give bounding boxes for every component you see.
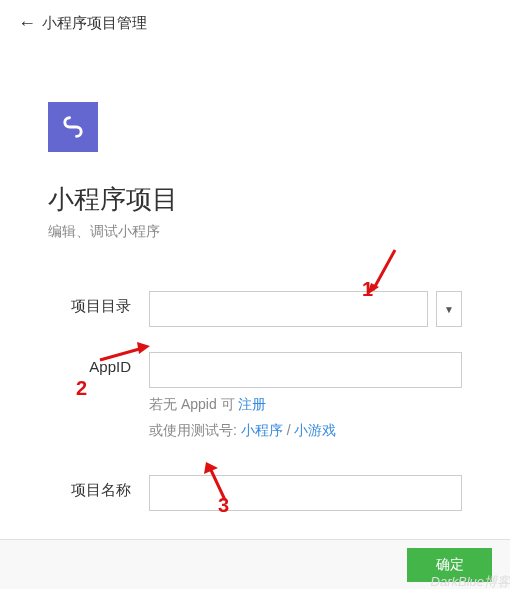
appid-test-prefix: 或使用测试号: [149,422,241,438]
appid-row: AppID 若无 Appid 可 注册 或使用测试号: 小程序 / 小游戏 [48,352,462,440]
confirm-button[interactable]: 确定 [407,548,492,582]
project-name-row: 项目名称 [48,475,462,511]
test-mp-link[interactable]: 小程序 [241,422,283,438]
test-game-link[interactable]: 小游戏 [294,422,336,438]
content: 小程序项目 编辑、调试小程序 项目目录 ▼ AppID 若无 Appid 可 注… [0,102,510,511]
header-title: 小程序项目管理 [42,14,147,33]
back-arrow-icon[interactable]: ← [18,13,36,34]
mp-logo-icon [48,102,98,152]
divider-slash: / [283,422,295,438]
project-name-label: 项目名称 [48,475,149,500]
appid-label: AppID [48,352,149,375]
page-title: 小程序项目 [48,182,462,217]
page-subtitle: 编辑、调试小程序 [48,223,462,241]
project-dir-dropdown-button[interactable]: ▼ [436,291,462,327]
form: 项目目录 ▼ AppID 若无 Appid 可 注册 或使用测试号: 小程序 /… [48,291,462,511]
header: ← 小程序项目管理 [0,0,510,47]
chevron-down-icon: ▼ [444,304,454,315]
footer: 确定 [0,539,510,589]
project-dir-label: 项目目录 [48,291,149,316]
register-link[interactable]: 注册 [238,396,266,412]
project-dir-row: 项目目录 ▼ [48,291,462,327]
appid-hint-prefix: 若无 Appid 可 [149,396,238,412]
appid-hint-register: 若无 Appid 可 注册 [149,396,462,414]
appid-hint-test: 或使用测试号: 小程序 / 小游戏 [149,422,462,440]
project-dir-input[interactable] [149,291,428,327]
project-name-input[interactable] [149,475,462,511]
appid-input[interactable] [149,352,462,388]
